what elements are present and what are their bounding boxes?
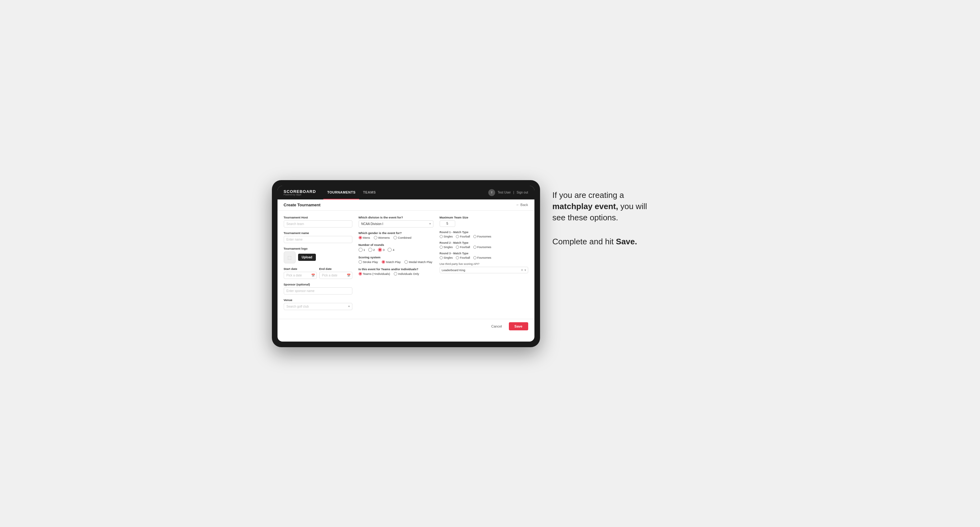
gender-womens[interactable]: Womens bbox=[374, 236, 390, 239]
round2-fourball-radio[interactable] bbox=[456, 246, 459, 249]
logo-area: ⬚ Upload bbox=[284, 251, 352, 264]
venue-select-wrap bbox=[284, 303, 352, 310]
round-3[interactable]: 3 bbox=[378, 248, 385, 252]
nav-tournaments[interactable]: TOURNAMENTS bbox=[323, 186, 359, 200]
sponsor-input[interactable] bbox=[284, 287, 352, 295]
round3-fourball[interactable]: Fourball bbox=[456, 256, 470, 259]
brand-main-text: SCOREBOARD bbox=[284, 189, 316, 194]
back-button[interactable]: ← Back bbox=[516, 203, 528, 206]
logo-preview: ⬚ bbox=[284, 251, 296, 264]
round2-options: Singles Fourball Foursomes bbox=[440, 246, 528, 249]
event-type-field: Is this event for Teams and/or Individua… bbox=[359, 267, 433, 276]
round2-fourball[interactable]: Fourball bbox=[456, 246, 470, 249]
scoring-medal-radio[interactable] bbox=[404, 260, 408, 264]
round1-fourball[interactable]: Fourball bbox=[456, 235, 470, 238]
round1-foursomes[interactable]: Foursomes bbox=[473, 235, 492, 238]
end-date-wrap: 📅 bbox=[319, 272, 352, 279]
gender-combined-label: Combined bbox=[398, 236, 411, 239]
event-individuals[interactable]: Individuals Only bbox=[394, 272, 419, 276]
round3-fourball-radio[interactable] bbox=[456, 256, 459, 259]
round-4-radio[interactable] bbox=[388, 248, 391, 252]
max-team-size-input[interactable] bbox=[440, 220, 455, 227]
nav-links: TOURNAMENTS TEAMS bbox=[323, 186, 379, 200]
event-type-label: Is this event for Teams and/or Individua… bbox=[359, 267, 433, 271]
form-col-right: Maximum Team Size Round 1 - Match Type S… bbox=[440, 216, 528, 314]
tournament-host-field: Tournament Host bbox=[284, 216, 352, 227]
date-row: Start date 📅 End date 📅 bbox=[284, 267, 352, 279]
rounds-field: Number of rounds 1 2 bbox=[359, 243, 433, 252]
navbar: SCOREBOARD Powered by clippit TOURNAMENT… bbox=[277, 186, 535, 200]
round-1-radio[interactable] bbox=[359, 248, 363, 252]
event-teams-radio[interactable] bbox=[359, 272, 362, 276]
round1-singles-radio[interactable] bbox=[440, 235, 443, 238]
round3-singles-radio[interactable] bbox=[440, 256, 443, 259]
round1-foursomes-radio[interactable] bbox=[473, 235, 476, 238]
tournament-host-input[interactable] bbox=[284, 220, 352, 227]
round2-match-type: Round 2 - Match Type Singles Fourball bbox=[440, 241, 528, 249]
tournament-logo-field: Tournament logo ⬚ Upload bbox=[284, 247, 352, 264]
third-party-section: Use third-party live scoring API? Leader… bbox=[440, 262, 528, 273]
round-3-label: 3 bbox=[383, 248, 385, 251]
start-date-field: Start date 📅 bbox=[284, 267, 317, 279]
upload-button[interactable]: Upload bbox=[298, 254, 316, 261]
scoring-match[interactable]: Match Play bbox=[382, 260, 401, 264]
scoring-label: Scoring system bbox=[359, 256, 433, 259]
round-2-label: 2 bbox=[373, 248, 375, 251]
round1-options: Singles Fourball Foursomes bbox=[440, 235, 528, 238]
save-button[interactable]: Save bbox=[509, 322, 528, 330]
round3-singles[interactable]: Singles bbox=[440, 256, 453, 259]
gender-mens[interactable]: Mens bbox=[359, 236, 370, 239]
annotation-bottom: Complete and hit Save. bbox=[552, 236, 652, 247]
venue-input[interactable] bbox=[284, 303, 352, 310]
division-select[interactable]: NCAA Division I bbox=[359, 220, 433, 227]
gender-womens-radio[interactable] bbox=[374, 236, 377, 239]
page-wrapper: SCOREBOARD Powered by clippit TOURNAMENT… bbox=[272, 180, 708, 347]
round-1[interactable]: 1 bbox=[359, 248, 365, 252]
cancel-button[interactable]: Cancel bbox=[488, 322, 506, 330]
scoring-medal[interactable]: Medal Match Play bbox=[404, 260, 433, 264]
gender-mens-radio[interactable] bbox=[359, 236, 362, 239]
round3-label: Round 3 - Match Type bbox=[440, 252, 528, 255]
division-field: Which division is the event for? NCAA Di… bbox=[359, 216, 433, 227]
gender-combined[interactable]: Combined bbox=[393, 236, 411, 239]
round-2[interactable]: 2 bbox=[368, 248, 375, 252]
round1-singles-label: Singles bbox=[444, 235, 453, 238]
form-col-mid: Which division is the event for? NCAA Di… bbox=[359, 216, 433, 314]
round3-foursomes[interactable]: Foursomes bbox=[473, 256, 492, 259]
event-individuals-radio[interactable] bbox=[394, 272, 397, 276]
round2-foursomes-radio[interactable] bbox=[473, 246, 476, 249]
third-party-input[interactable]: Leaderboard King ✕ ▾ bbox=[440, 267, 528, 273]
nav-teams[interactable]: TEAMS bbox=[359, 186, 379, 200]
round2-foursomes[interactable]: Foursomes bbox=[473, 246, 492, 249]
form-footer: Cancel Save bbox=[277, 319, 535, 333]
rounds-label: Number of rounds bbox=[359, 243, 433, 246]
max-team-size-field: Maximum Team Size bbox=[440, 216, 528, 227]
round1-fourball-radio[interactable] bbox=[456, 235, 459, 238]
round2-fourball-label: Fourball bbox=[460, 246, 470, 249]
separator: | bbox=[513, 191, 514, 194]
round3-foursomes-radio[interactable] bbox=[473, 256, 476, 259]
tournament-logo-label: Tournament logo bbox=[284, 247, 352, 250]
gender-combined-radio[interactable] bbox=[393, 236, 397, 239]
round1-singles[interactable]: Singles bbox=[440, 235, 453, 238]
tournament-name-input[interactable] bbox=[284, 236, 352, 243]
scoring-stroke-radio[interactable] bbox=[359, 260, 362, 264]
scoring-match-radio[interactable] bbox=[382, 260, 385, 264]
event-teams-label: Teams (+Individuals) bbox=[363, 272, 390, 276]
division-label: Which division is the event for? bbox=[359, 216, 433, 219]
user-name: Test User bbox=[498, 191, 511, 194]
tag-chevron-icon[interactable]: ▾ bbox=[525, 268, 526, 272]
scoring-stroke[interactable]: Stroke Play bbox=[359, 260, 378, 264]
round2-singles[interactable]: Singles bbox=[440, 246, 453, 249]
sign-out-link[interactable]: Sign out bbox=[517, 191, 528, 194]
round-2-radio[interactable] bbox=[368, 248, 372, 252]
round-3-radio[interactable] bbox=[378, 248, 382, 252]
gender-womens-label: Womens bbox=[378, 236, 390, 239]
round-4[interactable]: 4 bbox=[388, 248, 394, 252]
tag-clear-icon[interactable]: ✕ bbox=[521, 268, 523, 272]
event-teams[interactable]: Teams (+Individuals) bbox=[359, 272, 390, 276]
max-team-size-label: Maximum Team Size bbox=[440, 216, 528, 219]
tournament-host-label: Tournament Host bbox=[284, 216, 352, 219]
calendar-icon: 📅 bbox=[311, 274, 315, 277]
round2-singles-radio[interactable] bbox=[440, 246, 443, 249]
